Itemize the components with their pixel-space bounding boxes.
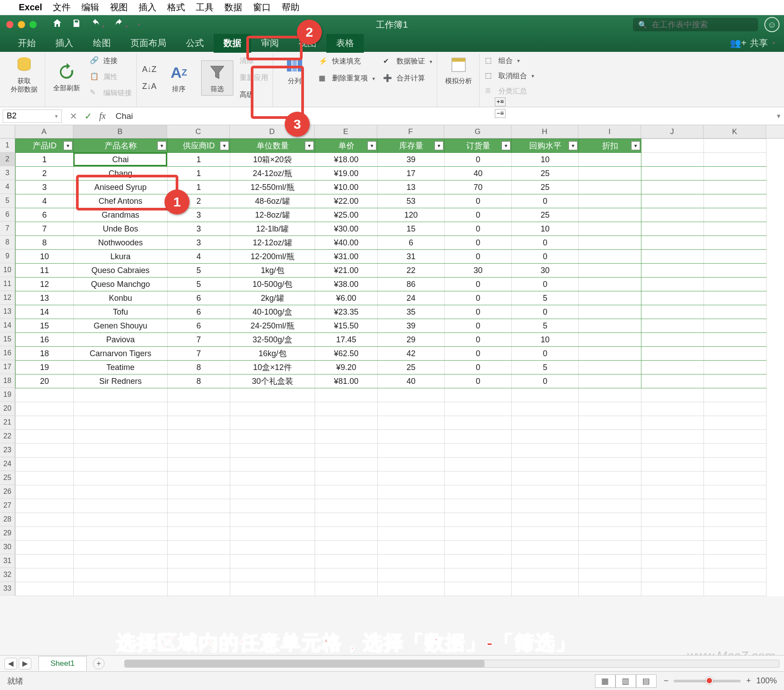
- cell[interactable]: [704, 541, 767, 555]
- cell[interactable]: [704, 582, 767, 596]
- cell[interactable]: [512, 541, 579, 555]
- cell[interactable]: [315, 582, 378, 596]
- cell[interactable]: 31: [378, 250, 445, 264]
- cell[interactable]: [704, 139, 767, 153]
- cell[interactable]: ¥31.00: [315, 250, 378, 264]
- cell[interactable]: [378, 444, 445, 458]
- row-header-5[interactable]: 5: [0, 194, 15, 208]
- cell[interactable]: [230, 388, 315, 402]
- row-header-33[interactable]: 33: [0, 582, 15, 596]
- cell[interactable]: [704, 194, 767, 208]
- cell[interactable]: [579, 388, 641, 402]
- cell[interactable]: ¥25.00: [315, 208, 378, 222]
- row-header-7[interactable]: 7: [0, 222, 15, 236]
- cell[interactable]: [641, 568, 704, 582]
- cell[interactable]: ¥10.00: [315, 181, 378, 194]
- cell[interactable]: [512, 513, 579, 527]
- row-header-22[interactable]: 22: [0, 429, 15, 443]
- cell[interactable]: 10-500g/包: [230, 278, 315, 291]
- row-header-29[interactable]: 29: [0, 526, 15, 540]
- cell[interactable]: [641, 167, 704, 181]
- cell[interactable]: [512, 471, 579, 485]
- sheet-nav-prev[interactable]: ◀: [4, 658, 17, 669]
- cell[interactable]: [579, 568, 641, 582]
- cell[interactable]: [74, 541, 168, 555]
- cell[interactable]: [168, 458, 230, 471]
- cell[interactable]: [704, 527, 767, 541]
- view-normal-button[interactable]: ▦: [595, 674, 615, 688]
- cell[interactable]: [74, 568, 168, 582]
- cell[interactable]: [16, 513, 74, 527]
- tab-data[interactable]: 数据: [214, 34, 251, 53]
- cell[interactable]: [16, 499, 74, 513]
- cell[interactable]: [641, 250, 704, 264]
- cell[interactable]: Chef Antons: [74, 194, 168, 208]
- col-header-K[interactable]: K: [704, 125, 766, 138]
- row-header-12[interactable]: 12: [0, 291, 15, 305]
- cell[interactable]: [641, 527, 704, 541]
- tab-table[interactable]: 表格: [326, 34, 364, 53]
- cell[interactable]: [445, 471, 512, 485]
- row-header-3[interactable]: 3: [0, 166, 15, 180]
- cell[interactable]: [74, 513, 168, 527]
- cell[interactable]: [579, 333, 641, 347]
- cell[interactable]: 8: [168, 374, 230, 388]
- cell[interactable]: [74, 527, 168, 541]
- search-box[interactable]: 🔍: [633, 18, 758, 31]
- cell[interactable]: 0: [445, 347, 512, 361]
- cell[interactable]: [378, 568, 445, 582]
- sheet-nav-next[interactable]: ▶: [19, 658, 31, 669]
- row-header-1[interactable]: 1: [0, 139, 15, 152]
- table-header-4[interactable]: 单价▾: [315, 139, 378, 153]
- cell[interactable]: [168, 568, 230, 582]
- expand-formula-bar-icon[interactable]: ▾: [773, 112, 784, 120]
- cell[interactable]: [641, 444, 704, 458]
- cell[interactable]: 12-550ml/瓶: [230, 181, 315, 194]
- cell[interactable]: [579, 167, 641, 181]
- cell[interactable]: [641, 194, 704, 208]
- cell[interactable]: Konbu: [74, 291, 168, 305]
- cell[interactable]: [579, 402, 641, 416]
- row-header-26[interactable]: 26: [0, 485, 15, 499]
- cell[interactable]: 53: [378, 194, 445, 208]
- cell[interactable]: [168, 555, 230, 568]
- connections-button[interactable]: 🔗连接: [90, 55, 132, 67]
- row-header-25[interactable]: 25: [0, 471, 15, 485]
- cell[interactable]: 10: [512, 153, 579, 167]
- cell[interactable]: ¥22.00: [315, 194, 378, 208]
- cell[interactable]: Queso Cabraies: [74, 264, 168, 278]
- cell[interactable]: [16, 555, 74, 568]
- formula-input[interactable]: Chai: [111, 111, 773, 121]
- cell[interactable]: 12-200ml/瓶: [230, 250, 315, 264]
- menu-tools[interactable]: 工具: [196, 1, 214, 13]
- cell[interactable]: 0: [512, 347, 579, 361]
- row-header-18[interactable]: 18: [0, 374, 15, 388]
- filter-dropdown-icon[interactable]: ▾: [502, 141, 510, 150]
- row-header-11[interactable]: 11: [0, 277, 15, 291]
- row-header-9[interactable]: 9: [0, 249, 15, 263]
- cell[interactable]: 2kg/罐: [230, 291, 315, 305]
- row-header-16[interactable]: 16: [0, 346, 15, 360]
- cell[interactable]: 25: [512, 181, 579, 194]
- cell[interactable]: [445, 444, 512, 458]
- cell[interactable]: [74, 555, 168, 568]
- cell[interactable]: [512, 416, 579, 430]
- filter-dropdown-icon[interactable]: ▾: [631, 141, 640, 150]
- cell[interactable]: [704, 347, 767, 361]
- cell[interactable]: [16, 485, 74, 499]
- cell[interactable]: ¥15.50: [315, 319, 378, 333]
- cell[interactable]: [378, 513, 445, 527]
- cell[interactable]: [641, 541, 704, 555]
- cell[interactable]: Carnarvon Tigers: [74, 347, 168, 361]
- cell[interactable]: [579, 264, 641, 278]
- cell[interactable]: [445, 402, 512, 416]
- cell[interactable]: 0: [445, 236, 512, 250]
- cell[interactable]: [579, 458, 641, 471]
- cell[interactable]: [579, 416, 641, 430]
- cell[interactable]: [579, 485, 641, 499]
- home-icon[interactable]: [52, 18, 63, 31]
- cell[interactable]: 32-500g/盒: [230, 333, 315, 347]
- cell[interactable]: [641, 555, 704, 568]
- cell[interactable]: [315, 458, 378, 471]
- cell[interactable]: 22: [378, 264, 445, 278]
